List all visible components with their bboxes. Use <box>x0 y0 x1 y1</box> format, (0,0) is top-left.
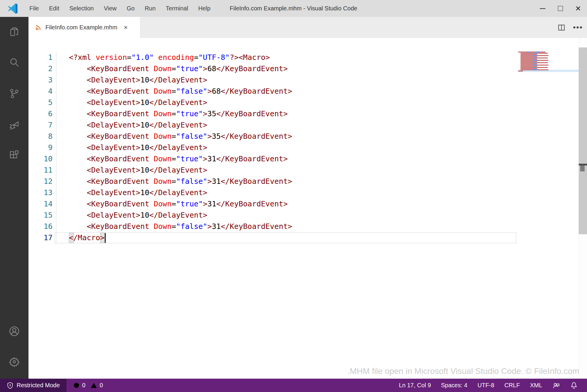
shield-icon <box>7 382 14 389</box>
status-indentation[interactable]: Spaces: 4 <box>436 379 472 392</box>
menu-edit[interactable]: Edit <box>44 0 64 17</box>
maximize-icon <box>558 6 563 11</box>
menu-go[interactable]: Go <box>122 0 140 17</box>
window-controls: ✕ <box>534 0 587 17</box>
close-icon: ✕ <box>575 5 581 12</box>
menu-bar: FileEditSelectionViewGoRunTerminalHelp <box>24 0 215 17</box>
line-number: 14 <box>28 198 53 210</box>
run-and-debug-icon[interactable] <box>0 115 28 134</box>
minimap-line <box>521 61 537 62</box>
status-language-mode[interactable]: XML <box>525 379 547 392</box>
line-content: <KeyBoardEvent Down="false">35</KeyBoard… <box>69 131 292 142</box>
line-content: <DelayEvent>10</DelayEvent> <box>69 119 207 131</box>
line-number: 1 <box>28 52 53 63</box>
line-content: <KeyBoardEvent Down="false">31</KeyBoard… <box>69 221 292 232</box>
error-count: 0 <box>82 382 85 389</box>
accounts-icon[interactable] <box>0 322 28 341</box>
minimap-line <box>521 56 537 57</box>
menu-run[interactable]: Run <box>140 0 161 17</box>
status-bar: Restricted Mode 0 0 Ln 17, Col 9Spaces: … <box>0 379 587 392</box>
watermark-text: .MHM file open in Microsoft Visual Studi… <box>348 366 579 376</box>
warning-count: 0 <box>100 382 103 389</box>
problems-indicator[interactable]: 0 0 <box>66 382 110 389</box>
minimap-line <box>521 63 537 64</box>
line-number: 5 <box>28 97 53 108</box>
line-content: </Macro> <box>69 232 104 243</box>
source-control-icon[interactable] <box>0 84 28 103</box>
menu-help[interactable]: Help <box>193 0 215 17</box>
line-number: 17 <box>28 232 53 243</box>
code-line-2[interactable]: 2 <KeyBoardEvent Down="true">68</KeyBoar… <box>28 63 587 74</box>
menu-file[interactable]: File <box>24 0 44 17</box>
title-bar: FileEditSelectionViewGoRunTerminalHelp F… <box>0 0 587 17</box>
line-number: 16 <box>28 221 53 232</box>
bell-icon <box>570 382 578 389</box>
text-cursor <box>105 233 106 243</box>
notifications-button[interactable] <box>565 379 583 392</box>
minimap-line <box>521 66 537 67</box>
close-button[interactable]: ✕ <box>569 0 587 17</box>
line-number: 9 <box>28 142 53 153</box>
error-icon <box>73 382 80 389</box>
maximize-button[interactable] <box>551 0 569 17</box>
line-content: <?xml version="1.0" encoding="UTF-8"?><M… <box>69 52 270 63</box>
code-line-9[interactable]: 9 <DelayEvent>10</DelayEvent> <box>28 142 587 153</box>
code-line-16[interactable]: 16 <KeyBoardEvent Down="false">31</KeyBo… <box>28 221 587 232</box>
line-number: 4 <box>28 86 53 97</box>
vscode-logo-icon <box>7 3 19 15</box>
tab-bar: FileInfo.com Example.mhm × ••• <box>28 17 587 38</box>
code-editor[interactable]: 1<?xml version="1.0" encoding="UTF-8"?><… <box>28 38 587 379</box>
line-number: 13 <box>28 187 53 198</box>
menu-selection[interactable]: Selection <box>64 0 99 17</box>
code-line-11[interactable]: 11 <DelayEvent>10</DelayEvent> <box>28 165 587 176</box>
code-line-5[interactable]: 5 <DelayEvent>10</DelayEvent> <box>28 97 587 108</box>
minimize-button[interactable] <box>534 0 551 17</box>
menu-terminal[interactable]: Terminal <box>161 0 193 17</box>
code-line-13[interactable]: 13 <DelayEvent>10</DelayEvent> <box>28 187 587 198</box>
minimap[interactable] <box>518 52 579 72</box>
status-eol[interactable]: CRLF <box>499 379 525 392</box>
overview-ruler-cursor-stem <box>580 165 585 171</box>
line-content: <DelayEvent>10</DelayEvent> <box>69 74 207 86</box>
code-area: 1<?xml version="1.0" encoding="UTF-8"?><… <box>28 52 587 243</box>
activity-bar <box>0 17 28 379</box>
line-number: 2 <box>28 63 53 74</box>
status-encoding[interactable]: UTF-8 <box>472 379 499 392</box>
code-line-14[interactable]: 14 <KeyBoardEvent Down="true">31</KeyBoa… <box>28 198 587 210</box>
line-number: 12 <box>28 176 53 187</box>
tab-close-icon[interactable]: × <box>124 24 128 31</box>
split-editor-icon[interactable] <box>558 24 565 31</box>
code-line-10[interactable]: 10 <KeyBoardEvent Down="true">31</KeyBoa… <box>28 153 587 165</box>
line-number: 15 <box>28 210 53 221</box>
code-line-6[interactable]: 6 <KeyBoardEvent Down="true">35</KeyBoar… <box>28 108 587 119</box>
code-line-12[interactable]: 12 <KeyBoardEvent Down="false">31</KeyBo… <box>28 176 587 187</box>
feedback-icon <box>552 382 560 389</box>
minimap-line <box>521 68 537 69</box>
xml-file-icon <box>35 24 42 31</box>
code-line-8[interactable]: 8 <KeyBoardEvent Down="false">35</KeyBoa… <box>28 131 587 142</box>
code-line-4[interactable]: 4 <KeyBoardEvent Down="false">68</KeyBoa… <box>28 86 587 97</box>
more-actions-icon[interactable]: ••• <box>573 26 583 29</box>
scrollbar-slider[interactable] <box>579 47 587 234</box>
minimap-line <box>521 59 537 60</box>
search-icon[interactable] <box>0 53 28 72</box>
code-line-3[interactable]: 3 <DelayEvent>10</DelayEvent> <box>28 74 587 86</box>
settings-gear-icon[interactable] <box>0 352 28 371</box>
minimap-line <box>518 52 545 52</box>
code-line-7[interactable]: 7 <DelayEvent>10</DelayEvent> <box>28 119 587 131</box>
code-line-15[interactable]: 15 <DelayEvent>10</DelayEvent> <box>28 210 587 221</box>
menu-view[interactable]: View <box>99 0 122 17</box>
code-line-1[interactable]: 1<?xml version="1.0" encoding="UTF-8"?><… <box>28 52 587 63</box>
restricted-mode-badge[interactable]: Restricted Mode <box>0 379 66 392</box>
line-content: <KeyBoardEvent Down="true">68</KeyBoardE… <box>69 63 288 74</box>
editor-actions: ••• <box>558 17 583 38</box>
extensions-icon[interactable] <box>0 146 28 165</box>
tab-fileinfo-example[interactable]: FileInfo.com Example.mhm × <box>28 17 140 38</box>
explorer-icon[interactable] <box>0 22 28 41</box>
line-content: <KeyBoardEvent Down="true">31</KeyBoardE… <box>69 198 288 210</box>
line-content: <KeyBoardEvent Down="false">31</KeyBoard… <box>69 176 292 187</box>
code-line-17[interactable]: 17</Macro> <box>28 232 587 243</box>
line-number: 7 <box>28 119 53 131</box>
feedback-button[interactable] <box>547 379 565 392</box>
status-cursor-position[interactable]: Ln 17, Col 9 <box>394 379 436 392</box>
